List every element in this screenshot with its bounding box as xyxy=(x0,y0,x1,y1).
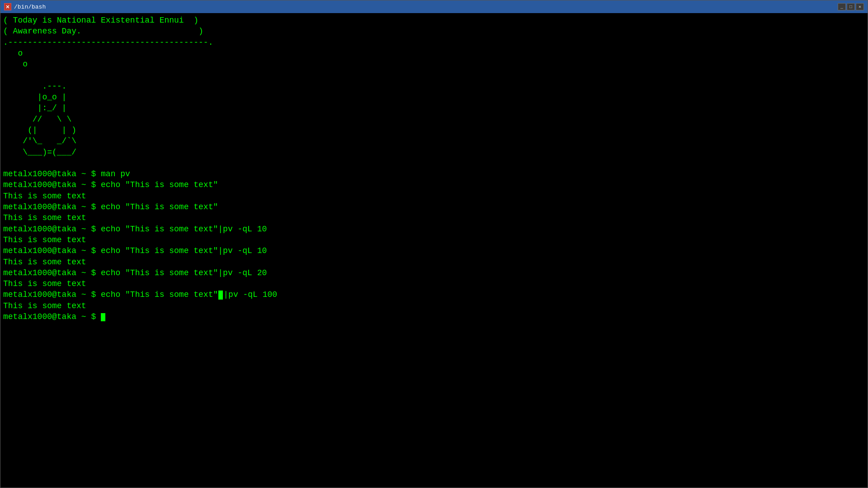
terminal-cursor xyxy=(101,313,105,321)
pipe-cursor xyxy=(218,291,223,300)
maximize-button[interactable]: □ xyxy=(847,3,855,10)
terminal-output[interactable]: ( Today is National Existential Ennui ) … xyxy=(0,13,868,488)
titlebar-left: /bin/bash xyxy=(4,3,46,10)
window-icon xyxy=(4,3,11,10)
minimize-button[interactable]: _ xyxy=(838,3,846,10)
terminal-window: /bin/bash _ □ ✕ ( Today is National Exis… xyxy=(0,0,868,488)
close-button[interactable]: ✕ xyxy=(856,3,864,10)
titlebar-controls: _ □ ✕ xyxy=(838,3,864,10)
window-title: /bin/bash xyxy=(14,4,46,10)
titlebar: /bin/bash _ □ ✕ xyxy=(0,0,868,13)
